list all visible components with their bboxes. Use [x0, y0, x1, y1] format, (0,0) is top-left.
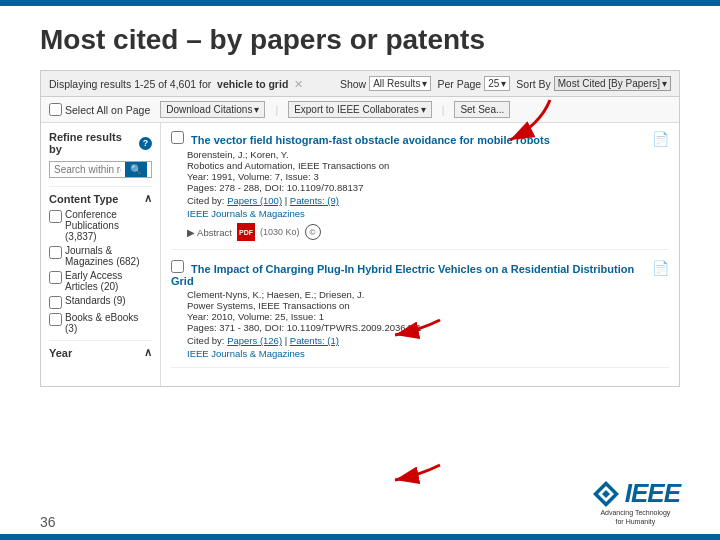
papers-link-1[interactable]: Papers (100): [227, 195, 282, 206]
filter-item[interactable]: Journals & Magazines (682): [49, 245, 152, 267]
browser-toolbar: Displaying results 1-25 of 4,601 for veh…: [41, 71, 679, 97]
browser-controls: Show All Results ▾ Per Page 25 ▾ Sort By: [311, 76, 671, 91]
result-title-row: The vector field histogram-fast obstacle…: [171, 131, 669, 147]
sort-control: Sort By Most Cited [By Papers] ▾: [516, 76, 671, 91]
result-checkbox-1[interactable]: [171, 131, 184, 144]
result-item: The vector field histogram-fast obstacle…: [171, 131, 669, 250]
search-within-button[interactable]: 🔍: [125, 162, 147, 177]
result-title-link-2[interactable]: The Impact of Charging Plug-In Hybrid El…: [171, 263, 634, 287]
per-page-control: Per Page 25 ▾: [437, 76, 510, 91]
standards-checkbox[interactable]: [49, 296, 62, 309]
year-header: Year ∧: [49, 340, 152, 359]
cited-by-1: Cited by: Papers (100) | Patents: (9): [187, 195, 669, 206]
display-info: Displaying results 1-25 of 4,601 for veh…: [49, 78, 303, 90]
select-all-checkbox[interactable]: [49, 103, 62, 116]
search-within-input[interactable]: [50, 162, 125, 177]
select-all-label[interactable]: Select All on Page: [49, 103, 150, 116]
show-select[interactable]: All Results ▾: [369, 76, 431, 91]
info-icon[interactable]: ?: [139, 137, 152, 150]
year-filter: Year ∧: [49, 340, 152, 359]
document-icon-2: 📄: [652, 260, 669, 276]
export-btn[interactable]: Export to IEEE Collaborates ▾: [288, 101, 432, 118]
journals-checkbox[interactable]: [49, 246, 62, 259]
copyright-icon-1: ©: [305, 224, 321, 240]
conference-checkbox[interactable]: [49, 210, 62, 223]
filter-item[interactable]: Conference Publications (3,837): [49, 209, 152, 242]
page-title: Most cited – by papers or patents: [40, 24, 680, 56]
refine-header: Refine results by ?: [49, 131, 152, 155]
ieee-logo-text: IEEE: [625, 478, 680, 509]
patents-link-1[interactable]: Patents: (9): [290, 195, 339, 206]
early-access-checkbox[interactable]: [49, 271, 62, 284]
browser-mockup: Displaying results 1-25 of 4,601 for veh…: [40, 70, 680, 387]
search-box[interactable]: 🔍: [49, 161, 152, 178]
download-citations-btn[interactable]: Download Citations ▾: [160, 101, 265, 118]
papers-link-2[interactable]: Papers (126): [227, 335, 282, 346]
sidebar: Refine results by ? 🔍 Content Type ∧ Co: [41, 123, 161, 386]
sort-select[interactable]: Most Cited [By Papers] ▾: [554, 76, 671, 91]
abstract-toggle-1[interactable]: ▶ Abstract: [187, 227, 232, 238]
pdf-icon-1[interactable]: PDF: [237, 223, 255, 241]
red-arrow-3: [380, 455, 460, 495]
filter-item[interactable]: Standards (9): [49, 295, 152, 309]
red-arrow-2: [380, 310, 460, 350]
red-arrow-1: [490, 95, 570, 145]
result-title-row: The Impact of Charging Plug-In Hybrid El…: [171, 260, 669, 287]
bottom-bar: [0, 534, 720, 540]
document-icon-1: 📄: [652, 131, 669, 147]
browser-body: Refine results by ? 🔍 Content Type ∧ Co: [41, 123, 679, 386]
main-container: Most cited – by papers or patents Displa…: [0, 6, 720, 397]
per-page-select[interactable]: 25 ▾: [484, 76, 510, 91]
content-type-header: Content Type ∧: [49, 186, 152, 205]
filter-item[interactable]: Early Access Articles (20): [49, 270, 152, 292]
browser-actions: Select All on Page Download Citations ▾ …: [41, 97, 679, 123]
ieee-subtitle: Advancing Technology for Humanity: [600, 509, 670, 526]
slide-number: 36: [40, 514, 56, 530]
result-meta-1: Borenstein, J.; Koren, Y. Robotics and A…: [187, 149, 669, 193]
content-type-filter: Content Type ∧ Conference Publications (…: [49, 186, 152, 334]
journal-label-1: IEEE Journals & Magazines: [187, 208, 669, 219]
patents-link-2[interactable]: Patents: (1): [290, 335, 339, 346]
abstract-row-1: ▶ Abstract PDF (1030 Ko) ©: [187, 223, 669, 241]
ieee-diamond-logo: [591, 479, 621, 509]
filter-item[interactable]: Books & eBooks (3): [49, 312, 152, 334]
result-checkbox-2[interactable]: [171, 260, 184, 273]
ieee-logo-area: IEEE Advancing Technology for Humanity: [591, 478, 680, 526]
show-control: Show All Results ▾: [340, 76, 432, 91]
books-checkbox[interactable]: [49, 313, 62, 326]
